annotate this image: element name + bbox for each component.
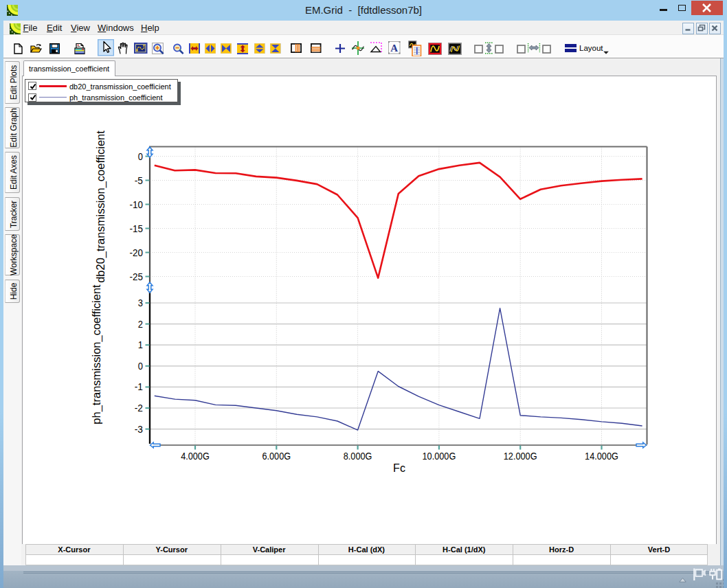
svg-text:10.000G: 10.000G [423,451,456,462]
svg-text:-1: -1 [135,381,143,392]
svg-text:A: A [390,43,398,54]
svg-text:2: 2 [138,319,143,330]
svg-text:0: 0 [138,361,143,372]
svg-text:-2: -2 [135,403,143,414]
svg-text:db20_transmission_coefficient: db20_transmission_coefficient [94,131,107,283]
svg-text:-15: -15 [130,223,144,234]
svg-text:-10: -10 [130,199,144,210]
svg-text:0: 0 [138,151,143,162]
svg-text:Fc: Fc [393,462,405,474]
svg-text:6.000G: 6.000G [262,451,291,462]
svg-text:-5: -5 [135,175,143,186]
svg-text:8.000G: 8.000G [344,451,372,462]
svg-text:ph_transmission_coefficient: ph_transmission_coefficient [90,284,103,425]
svg-text:4.000G: 4.000G [181,451,210,462]
svg-text:-3: -3 [135,424,143,435]
svg-text:14.000G: 14.000G [585,451,618,462]
svg-text:-25: -25 [130,271,144,282]
svg-text:3: 3 [138,297,143,308]
svg-text:-20: -20 [130,247,144,258]
svg-text:12.000G: 12.000G [504,451,537,462]
svg-text:1: 1 [138,339,143,350]
